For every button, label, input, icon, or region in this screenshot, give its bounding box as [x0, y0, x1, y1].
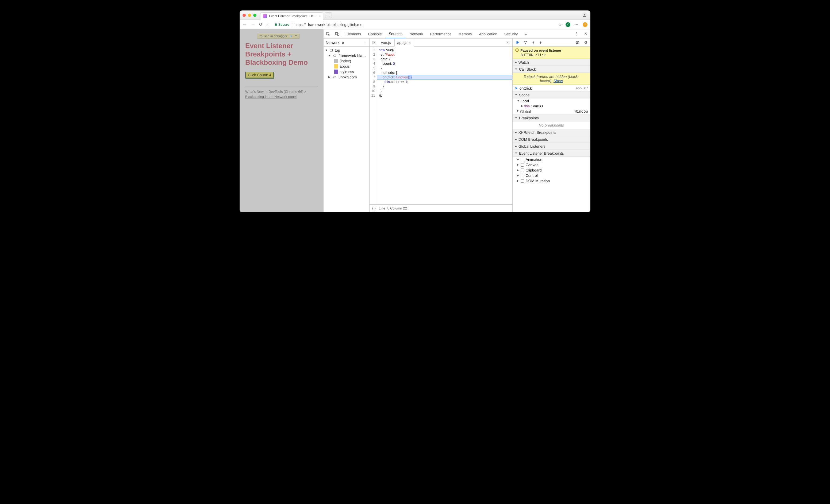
home-button[interactable]: ⌂ [266, 22, 269, 27]
navigator-overflow-icon[interactable]: » [342, 40, 344, 45]
extension-warning-icon[interactable]: ! [583, 22, 587, 27]
url-field[interactable]: Secure | https://framework-blackboxing.g… [273, 22, 554, 27]
close-window-button[interactable] [243, 13, 246, 17]
pane-dom-breakpoints[interactable]: ▶DOM Breakpoints [513, 136, 590, 143]
inspect-element-icon[interactable] [324, 29, 333, 38]
file-tab-vuejs[interactable]: vue.js [378, 38, 394, 46]
devtools-tabs: Elements Console Sources Network Perform… [324, 29, 590, 38]
close-devtools-icon[interactable]: ✕ [581, 32, 590, 36]
forward-button[interactable]: → [251, 22, 255, 27]
tree-file-appjs[interactable]: app.js [324, 64, 369, 69]
event-checkbox[interactable] [521, 179, 524, 183]
navigator-tab[interactable]: Network [326, 40, 339, 45]
pane-watch[interactable]: ▶Watch [513, 59, 590, 66]
secure-label: Secure [278, 23, 289, 27]
step-into-button[interactable] [532, 40, 535, 44]
close-tab-icon[interactable]: × [318, 14, 320, 18]
hidden-frames-notice: 3 stack frames are hidden (black-boxed).… [513, 73, 590, 85]
tree-top[interactable]: ▼ top [324, 48, 369, 53]
pause-on-exceptions-button[interactable] [584, 40, 588, 44]
no-breakpoints-label: No breakpoints [513, 122, 590, 129]
step-out-button[interactable] [539, 40, 542, 44]
tab-overflow-icon[interactable]: » [521, 29, 530, 38]
pane-global-listeners[interactable]: ▶Global Listeners [513, 143, 590, 150]
execution-line-highlight [377, 75, 512, 80]
pane-breakpoints[interactable]: ▼Breakpoints [513, 115, 590, 122]
scope-global[interactable]: ▶GlobalWindow [513, 108, 590, 115]
navigator-menu-icon[interactable]: ⋮ [363, 40, 367, 45]
maximize-window-button[interactable] [253, 13, 256, 17]
back-button[interactable]: ← [243, 22, 247, 27]
cursor-status: Line 7, Column 22 [379, 206, 407, 210]
event-checkbox[interactable] [521, 174, 524, 177]
code-area[interactable]: 1234567891011 new Vue({ el: '#app', data… [370, 46, 512, 204]
pane-call-stack[interactable]: ▼Call Stack [513, 66, 590, 73]
scope-this[interactable]: ▶ this: Vue$3 [513, 103, 590, 108]
event-checkbox[interactable] [521, 168, 524, 172]
close-tab-icon[interactable]: × [409, 40, 411, 45]
file-tab-appjs[interactable]: app.js× [394, 39, 414, 46]
minimize-window-button[interactable] [248, 13, 251, 17]
svg-point-11 [525, 43, 526, 44]
event-checkbox[interactable] [521, 158, 524, 161]
tab-security[interactable]: Security [501, 29, 521, 38]
scope-local[interactable]: ▼ Local [513, 98, 590, 103]
event-category-clipboard[interactable]: ▶Clipboard [513, 167, 590, 173]
url-scheme: https:// [294, 23, 306, 27]
file-tree: ▼ top ▼ framework-bla… (index) app.js st… [324, 46, 369, 81]
event-category-animation[interactable]: ▶Animation [513, 157, 590, 162]
toggle-navigator-icon[interactable] [371, 41, 378, 44]
event-checkbox[interactable] [521, 163, 524, 167]
reload-button[interactable]: ⟳ [259, 22, 263, 27]
tab-network[interactable]: Network [406, 29, 426, 38]
tab-performance[interactable]: Performance [426, 29, 455, 38]
debug-overlay [240, 29, 323, 212]
banner-subtitle: BUTTON.click [515, 53, 587, 57]
deactivate-breakpoints-button[interactable] [575, 40, 580, 44]
file-css-icon [334, 69, 338, 74]
devtools-menu-icon[interactable]: ⋮ [572, 32, 581, 36]
browser-tab[interactable]: Event Listener Breakpoints + B… × [260, 12, 323, 20]
stack-frame[interactable]: ➤ onClick app.js:7 [513, 85, 590, 92]
event-category-dom-mutation[interactable]: ▶DOM Mutation [513, 178, 590, 184]
step-over-button[interactable] [523, 40, 528, 44]
svg-point-13 [540, 41, 541, 41]
show-frames-link[interactable]: Show [553, 78, 563, 83]
extension-overflow-icon[interactable]: ••• [574, 22, 579, 27]
tab-sources[interactable]: Sources [385, 29, 406, 38]
url-host: framework-blackboxing.glitch.me [308, 23, 362, 27]
event-category-canvas[interactable]: ▶Canvas [513, 162, 590, 167]
toggle-debugger-icon[interactable] [504, 41, 511, 44]
device-toggle-icon[interactable] [333, 29, 342, 38]
window-icon [329, 49, 333, 52]
pane-xhr-breakpoints[interactable]: ▶XHR/fetch Breakpoints [513, 129, 590, 136]
tree-file-stylecss[interactable]: style.css [324, 69, 369, 74]
file-js-icon [334, 64, 338, 68]
new-tab-button[interactable]: ▭ [325, 12, 332, 18]
pane-scope[interactable]: ▼Scope [513, 92, 590, 98]
tab-application[interactable]: Application [475, 29, 501, 38]
pane-event-listener-breakpoints[interactable]: ▼Event Listener Breakpoints [513, 150, 590, 157]
file-icon [334, 59, 338, 63]
tree-ext-domain[interactable]: ▶ unpkg.com [324, 74, 369, 80]
event-category-control[interactable]: ▶Control [513, 173, 590, 178]
pretty-print-icon[interactable]: { } [372, 206, 376, 210]
resume-button[interactable] [515, 40, 519, 44]
browser-window: Event Listener Breakpoints + B… × ▭ ← → … [240, 11, 590, 212]
bookmark-star-icon[interactable]: ☆ [558, 22, 562, 27]
debugger-sidebar: ⓘPaused on event listener BUTTON.click ▶… [513, 38, 590, 212]
tab-title: Event Listener Breakpoints + B… [269, 14, 316, 18]
tree-file-index[interactable]: (index) [324, 58, 369, 64]
content-area: Paused in debugger Event Listener Breakp… [240, 29, 590, 212]
tree-domain[interactable]: ▼ framework-bla… [324, 53, 369, 58]
tab-elements[interactable]: Elements [342, 29, 364, 38]
tab-console[interactable]: Console [364, 29, 385, 38]
editor-footer: { } Line 7, Column 22 [370, 204, 512, 212]
profile-avatar-icon[interactable] [582, 12, 587, 18]
extension-icon[interactable]: ✓ [566, 22, 570, 27]
lock-icon: Secure [274, 23, 289, 27]
code-content: new Vue({ el: '#app', data: { count: 0 }… [377, 46, 512, 204]
banner-title: Paused on event listener [520, 49, 561, 53]
editor-tab-bar: vue.js app.js× [370, 38, 512, 46]
tab-memory[interactable]: Memory [455, 29, 476, 38]
